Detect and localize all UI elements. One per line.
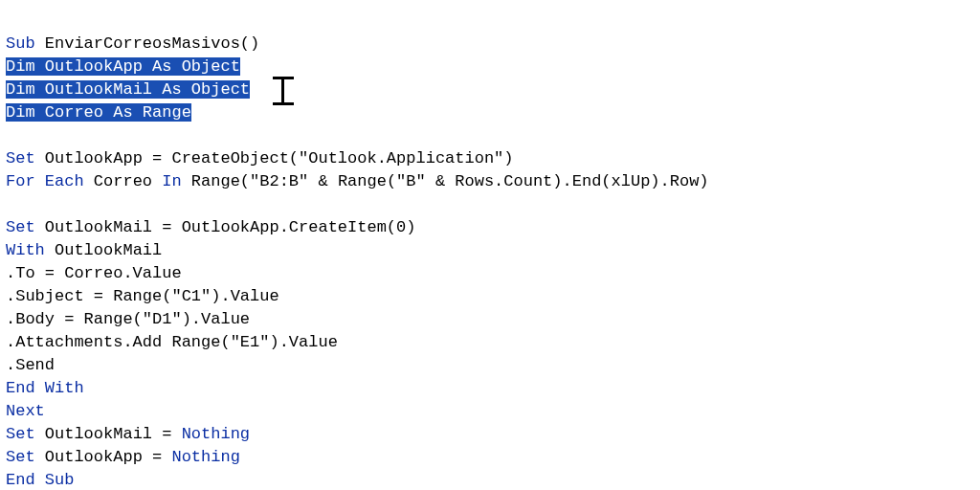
keyword-end: End xyxy=(6,379,35,397)
code-text: OutlookMail = xyxy=(35,425,182,443)
keyword-with: With xyxy=(6,241,45,259)
code-text: OutlookApp = xyxy=(35,448,172,466)
code-text: OutlookMail = OutlookApp.CreateItem(0) xyxy=(35,218,416,236)
code-text: OutlookMail xyxy=(35,80,163,99)
code-line: Set OutlookApp = Nothing xyxy=(6,448,240,466)
keyword-nothing: Nothing xyxy=(171,448,239,466)
keyword-object: Object xyxy=(191,80,250,99)
code-line: .Attachments.Add Range("E1").Value xyxy=(6,333,338,351)
keyword-as: As xyxy=(152,57,171,76)
code-line: End Sub xyxy=(6,471,74,489)
vba-code-editor[interactable]: Sub EnviarCorreosMasivos() Dim OutlookAp… xyxy=(0,0,980,490)
code-line: .Send xyxy=(6,356,55,374)
code-line: End With xyxy=(6,379,84,397)
code-text: Correo xyxy=(35,103,114,122)
code-line: Sub EnviarCorreosMasivos() xyxy=(6,34,259,53)
code-text xyxy=(35,172,45,190)
keyword-next: Next xyxy=(6,402,45,420)
keyword-dim: Dim xyxy=(6,80,35,99)
code-text xyxy=(35,379,45,397)
code-text: OutlookApp xyxy=(35,57,152,76)
keyword-sub: Sub xyxy=(6,34,35,53)
keyword-as: As xyxy=(162,80,181,99)
keyword-object: Object xyxy=(182,57,240,76)
code-line: Set OutlookApp = CreateObject("Outlook.A… xyxy=(6,149,514,167)
keyword-nothing: Nothing xyxy=(182,425,250,443)
keyword-set: Set xyxy=(6,149,35,167)
selection: Dim OutlookApp As Object xyxy=(6,57,240,76)
keyword-set: Set xyxy=(6,448,35,466)
code-line: With OutlookMail xyxy=(6,241,162,259)
code-line: .Body = Range("D1").Value xyxy=(6,310,250,328)
keyword-set: Set xyxy=(6,425,35,443)
code-line: Dim OutlookApp As Object xyxy=(6,57,240,76)
code-text: OutlookMail xyxy=(45,241,162,259)
keyword-dim: Dim xyxy=(6,103,35,122)
code-line: Next xyxy=(6,402,45,420)
code-text xyxy=(182,80,191,99)
code-line: Dim OutlookMail As Object xyxy=(6,80,250,99)
code-line: .To = Correo.Value xyxy=(6,264,182,282)
code-text xyxy=(35,471,45,489)
keyword-for: For xyxy=(6,172,35,190)
code-text xyxy=(171,57,181,76)
keyword-in: In xyxy=(162,172,181,190)
keyword-end: End xyxy=(6,471,35,489)
code-text: Correo xyxy=(84,172,163,190)
keyword-with: With xyxy=(45,379,84,397)
code-text: OutlookApp = CreateObject("Outlook.Appli… xyxy=(35,149,514,167)
keyword-sub: Sub xyxy=(45,471,75,489)
keyword-as: As xyxy=(113,103,132,122)
text-cursor-icon xyxy=(273,77,292,105)
selection: Dim Correo As Range xyxy=(6,103,191,122)
keyword-each: Each xyxy=(45,172,84,190)
code-line: Dim Correo As Range xyxy=(6,103,191,122)
keyword-dim: Dim xyxy=(6,57,35,76)
code-text: Range xyxy=(133,103,191,122)
code-line: .Subject = Range("C1").Value xyxy=(6,287,279,305)
keyword-set: Set xyxy=(6,218,35,236)
code-line: Set OutlookMail = OutlookApp.CreateItem(… xyxy=(6,218,415,236)
code-text: Range("B2:B" & Range("B" & Rows.Count).E… xyxy=(182,172,709,190)
selection: Dim OutlookMail As Object xyxy=(6,80,250,99)
code-text: EnviarCorreosMasivos() xyxy=(35,34,260,53)
code-line: For Each Correo In Range("B2:B" & Range(… xyxy=(6,172,709,190)
code-line: Set OutlookMail = Nothing xyxy=(6,425,250,443)
